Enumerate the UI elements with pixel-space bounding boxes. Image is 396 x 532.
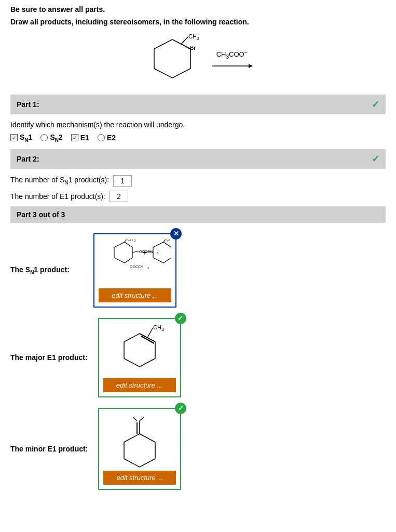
sn1-product-label: The SN1 product: [10, 265, 83, 275]
svg-marker-0 [154, 39, 190, 78]
svg-text:CH: CH [188, 34, 197, 39]
e1-count-label: The number of E1 product(s): [10, 192, 105, 201]
svg-marker-29 [124, 434, 155, 467]
sn1-count-input[interactable]: 1 [113, 175, 132, 187]
svg-marker-7 [249, 64, 253, 68]
major-e1-section: The major E1 product: ✓ CH 3 edit struct… [10, 318, 386, 397]
minor-e1-edit-button[interactable]: edit structure ... [103, 471, 176, 485]
minor-e1-structure-box: ✓ edit structure ... [98, 408, 181, 490]
svg-line-12 [132, 251, 139, 252]
e2-radio[interactable] [98, 134, 105, 141]
major-e1-structure-svg: CH 3 [103, 323, 176, 375]
minor-e1-label: The minor E1 product: [10, 445, 88, 453]
svg-text:3: 3 [197, 36, 199, 41]
instruction-line1: Be sure to answer all parts. [10, 5, 386, 14]
svg-marker-23 [124, 334, 155, 367]
e1-count-row: The number of E1 product(s): 2 [10, 191, 386, 202]
svg-text:3: 3 [157, 251, 158, 255]
part3-label: Part 3 out of 3 [17, 210, 65, 219]
svg-text:3: 3 [147, 267, 149, 270]
part2-label: Part 2: [17, 155, 39, 163]
svg-line-33 [140, 417, 144, 421]
major-e1-structure-box: ✓ CH 3 edit structure ... [98, 318, 181, 397]
sn1-checkbox[interactable]: ✓ [10, 134, 18, 141]
sn1-label: SN1 [20, 133, 32, 143]
minor-e1-section: The minor E1 product: ✓ edit structure .… [10, 408, 386, 490]
sn1-edit-button[interactable]: edit structure ... [99, 288, 171, 302]
sn2-radio[interactable] [40, 134, 48, 141]
reaction-arrow-area: CH3COO– [211, 49, 253, 71]
sn1-molecule-svg: CH 3 OOCCH 3 + CH 3 OOCCH 3 [99, 240, 171, 284]
major-e1-check-badge: ✓ [175, 313, 186, 324]
svg-line-26 [147, 328, 153, 338]
svg-text:3: 3 [134, 240, 136, 242]
mechanism-e1[interactable]: ✓ E1 [71, 134, 89, 142]
reaction-arrow [211, 61, 253, 71]
svg-line-1 [181, 37, 188, 44]
svg-line-32 [133, 417, 137, 421]
major-e1-edit-button[interactable]: edit structure ... [103, 378, 176, 392]
svg-text:CH: CH [166, 240, 171, 242]
e1-count-input[interactable]: 2 [110, 191, 128, 202]
part1-label: Part 1: [17, 100, 39, 109]
sn2-label: SN2 [50, 133, 62, 143]
mechanism-e2[interactable]: E2 [98, 134, 116, 142]
svg-text:Br: Br [190, 45, 196, 51]
svg-text:CH: CH [153, 324, 161, 330]
minor-e1-check-badge: ✓ [175, 403, 186, 414]
part2-checkmark: ✓ [372, 153, 379, 165]
part2-header: Part 2: ✓ [10, 149, 386, 169]
reactant-structure: CH 3 Br [144, 34, 201, 86]
svg-marker-8 [114, 242, 132, 263]
mechanism-sn1[interactable]: ✓ SN1 [10, 133, 32, 143]
reaction-area: CH 3 Br CH3COO– [10, 34, 386, 86]
sn1-structure-svg: CH 3 OOCCH 3 + CH 3 OOCCH 3 [99, 238, 171, 285]
major-e1-label: The major E1 product: [10, 353, 88, 362]
major-e1-molecule-svg: CH 3 [106, 323, 173, 375]
part1-question: Identify which mechanism(s) the reaction… [10, 121, 386, 129]
mechanism-row: ✓ SN1 SN2 ✓ E1 E2 [10, 133, 386, 143]
svg-text:3: 3 [161, 327, 164, 332]
svg-marker-16 [153, 242, 171, 263]
instruction-line2: Draw all products, including stereoisome… [10, 18, 386, 26]
e1-checkbox[interactable]: ✓ [71, 134, 78, 141]
mechanism-sn2[interactable]: SN2 [40, 133, 62, 143]
sn1-structure-box: ✕ CH 3 OOCCH 3 + CH 3 OOCCH [93, 233, 176, 308]
svg-text:CH: CH [127, 240, 133, 242]
minor-e1-structure-svg [103, 413, 176, 468]
sn1-x-badge[interactable]: ✕ [170, 228, 182, 240]
reactant: CH 3 Br [144, 34, 201, 86]
sn1-count-label: The number of SN1 product(s): [10, 176, 109, 185]
svg-text:OOCCH: OOCCH [130, 265, 143, 269]
sn1-product-section: The SN1 product: ✕ CH 3 OOCCH 3 + CH 3 [10, 233, 386, 308]
part3-header: Part 3 out of 3 [10, 206, 386, 223]
part1-header: Part 1: ✓ [10, 95, 386, 114]
minor-e1-molecule-svg [106, 413, 173, 468]
sn1-count-row: The number of SN1 product(s): 1 [10, 175, 386, 187]
reagent-label: CH3COO– [216, 49, 248, 60]
svg-text:+: + [143, 248, 147, 257]
e1-label: E1 [80, 134, 89, 142]
part1-checkmark: ✓ [372, 99, 379, 110]
e2-label: E2 [107, 134, 116, 142]
